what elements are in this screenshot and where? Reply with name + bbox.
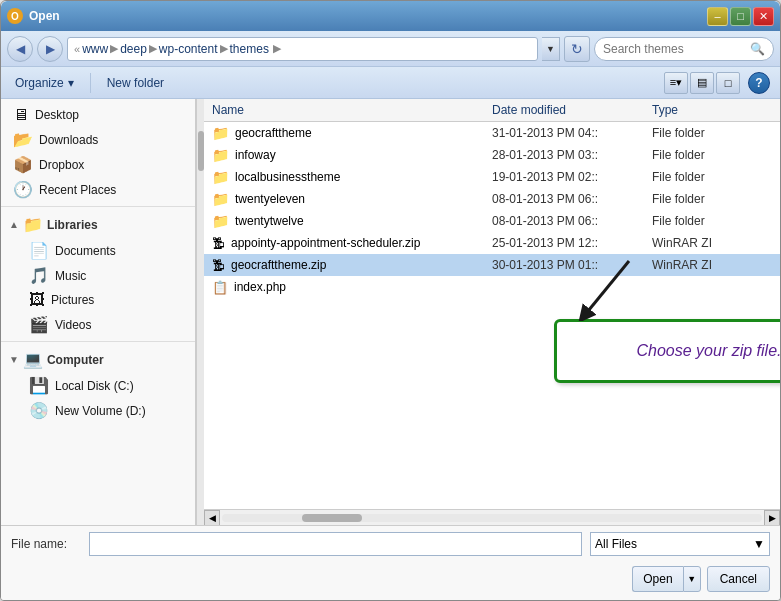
zip-icon: 🗜 <box>212 236 225 251</box>
open-dialog: O Open – □ ✕ ◀ ▶ « www ▶ deep ▶ wp-conte… <box>0 0 781 601</box>
sidebar-libraries-header[interactable]: ▲ 📁 Libraries <box>1 211 195 238</box>
file-date: 19-01-2013 PM 02:: <box>492 170 652 184</box>
file-row[interactable]: 📁 localbusinesstheme 19-01-2013 PM 02:: … <box>204 166 780 188</box>
organize-button[interactable]: Organize ▾ <box>11 74 78 92</box>
file-name: appointy-appointment-scheduler.zip <box>231 236 420 250</box>
documents-icon: 📄 <box>29 241 49 260</box>
close-button[interactable]: ✕ <box>753 7 774 26</box>
search-icon[interactable]: 🔍 <box>750 42 765 56</box>
bottom-bar: File name: All Files ▼ Open ▼ Cancel <box>1 525 780 600</box>
folder-icon: 📁 <box>212 169 229 185</box>
filename-label: File name: <box>11 537 81 551</box>
open-button[interactable]: Open <box>632 566 682 592</box>
sidebar-item-desktop[interactable]: 🖥 Desktop <box>1 103 195 127</box>
file-row[interactable]: 📁 geocrafttheme 31-01-2013 PM 04:: File … <box>204 122 780 144</box>
sidebar-item-documents[interactable]: 📄 Documents <box>1 238 195 263</box>
col-name[interactable]: Name <box>212 103 492 117</box>
sidebar-item-videos[interactable]: 🎬 Videos <box>1 312 195 337</box>
sidebar-label-downloads: Downloads <box>39 133 98 147</box>
action-row: Open ▼ Cancel <box>1 562 780 600</box>
sidebar-item-recent[interactable]: 🕐 Recent Places <box>1 177 195 202</box>
scroll-thumb <box>302 514 362 522</box>
local-disk-c-icon: 💾 <box>29 376 49 395</box>
sidebar-computer-header[interactable]: ▼ 💻 Computer <box>1 346 195 373</box>
file-row[interactable]: 📋 index.php <box>204 276 780 298</box>
callout-box: Choose your zip file. <box>554 319 780 383</box>
file-area-wrapper: Name Date modified Type 📁 geocrafttheme … <box>204 99 780 525</box>
address-dropdown[interactable]: ▼ <box>542 37 560 61</box>
address-bar: ◀ ▶ « www ▶ deep ▶ wp-content ▶ themes ▶… <box>1 31 780 67</box>
svg-line-0 <box>584 261 629 316</box>
file-row[interactable]: 📁 twentyeleven 08-01-2013 PM 06:: File f… <box>204 188 780 210</box>
open-button-group: Open ▼ <box>632 566 700 592</box>
view-list-button[interactable]: ▤ <box>690 72 714 94</box>
main-content: 🖥 Desktop 📂 Downloads 📦 Dropbox 🕐 Recent… <box>1 99 780 525</box>
cancel-button[interactable]: Cancel <box>707 566 770 592</box>
file-date: 08-01-2013 PM 06:: <box>492 192 652 206</box>
help-button[interactable]: ? <box>748 72 770 94</box>
file-area: Name Date modified Type 📁 geocrafttheme … <box>204 99 780 525</box>
sidebar-item-new-volume-d[interactable]: 💿 New Volume (D:) <box>1 398 195 423</box>
filetype-label: All Files <box>595 537 637 551</box>
pictures-icon: 🖼 <box>29 291 45 309</box>
path-part-4: themes <box>230 42 269 56</box>
window-title: Open <box>29 9 707 23</box>
file-row-selected[interactable]: 🗜 geocrafttheme.zip 30-01-2013 PM 01:: W… <box>204 254 780 276</box>
filename-input[interactable] <box>89 532 582 556</box>
path-part-1: www <box>82 42 108 56</box>
open-dropdown-button[interactable]: ▼ <box>683 566 701 592</box>
refresh-button[interactable]: ↻ <box>564 36 590 62</box>
sidebar-divider-1 <box>1 206 195 207</box>
col-type[interactable]: Type <box>652 103 772 117</box>
computer-icon: 💻 <box>23 350 43 369</box>
sidebar-item-pictures[interactable]: 🖼 Pictures <box>1 288 195 312</box>
scroll-left-button[interactable]: ◀ <box>204 510 220 526</box>
horizontal-scrollbar[interactable]: ◀ ▶ <box>204 509 780 525</box>
search-box: 🔍 <box>594 37 774 61</box>
path-part-2: deep <box>120 42 147 56</box>
new-folder-button[interactable]: New folder <box>103 74 168 92</box>
file-type: File folder <box>652 170 772 184</box>
sidebar-item-local-disk-c[interactable]: 💾 Local Disk (C:) <box>1 373 195 398</box>
file-row[interactable]: 🗜 appointy-appointment-scheduler.zip 25-… <box>204 232 780 254</box>
scroll-right-button[interactable]: ▶ <box>764 510 780 526</box>
php-icon: 📋 <box>212 280 228 295</box>
address-path[interactable]: « www ▶ deep ▶ wp-content ▶ themes ▶ <box>67 37 538 61</box>
sidebar-label-music: Music <box>55 269 86 283</box>
file-type: File folder <box>652 126 772 140</box>
filetype-arrow: ▼ <box>753 537 765 551</box>
file-date: 28-01-2013 PM 03:: <box>492 148 652 162</box>
forward-button[interactable]: ▶ <box>37 36 63 62</box>
sidebar-label-documents: Documents <box>55 244 116 258</box>
file-row[interactable]: 📁 infoway 28-01-2013 PM 03:: File folder <box>204 144 780 166</box>
zip-icon: 🗜 <box>212 258 225 273</box>
maximize-button[interactable]: □ <box>730 7 751 26</box>
computer-arrow: ▼ <box>9 354 19 365</box>
column-headers: Name Date modified Type <box>204 99 780 122</box>
music-icon: 🎵 <box>29 266 49 285</box>
filetype-dropdown[interactable]: All Files ▼ <box>590 532 770 556</box>
sidebar-scrollbar[interactable] <box>196 99 204 525</box>
folder-icon: 📁 <box>212 191 229 207</box>
view-tiles-button[interactable]: □ <box>716 72 740 94</box>
toolbar-divider <box>90 73 91 93</box>
file-name: twentyeleven <box>235 192 305 206</box>
sidebar-label-desktop: Desktop <box>35 108 79 122</box>
sidebar-item-music[interactable]: 🎵 Music <box>1 263 195 288</box>
search-input[interactable] <box>603 42 743 56</box>
file-name: geocrafttheme <box>235 126 312 140</box>
callout-overlay: Choose your zip file. <box>554 319 780 383</box>
file-row[interactable]: 📁 twentytwelve 08-01-2013 PM 06:: File f… <box>204 210 780 232</box>
videos-icon: 🎬 <box>29 315 49 334</box>
minimize-button[interactable]: – <box>707 7 728 26</box>
path-part-3: wp-content <box>159 42 218 56</box>
sidebar-item-downloads[interactable]: 📂 Downloads <box>1 127 195 152</box>
file-name: localbusinesstheme <box>235 170 340 184</box>
libraries-icon: 📁 <box>23 215 43 234</box>
view-details-button[interactable]: ≡▾ <box>664 72 688 94</box>
file-name: infoway <box>235 148 276 162</box>
col-date[interactable]: Date modified <box>492 103 652 117</box>
sidebar-item-dropbox[interactable]: 📦 Dropbox <box>1 152 195 177</box>
filename-row: File name: All Files ▼ <box>1 526 780 562</box>
back-button[interactable]: ◀ <box>7 36 33 62</box>
